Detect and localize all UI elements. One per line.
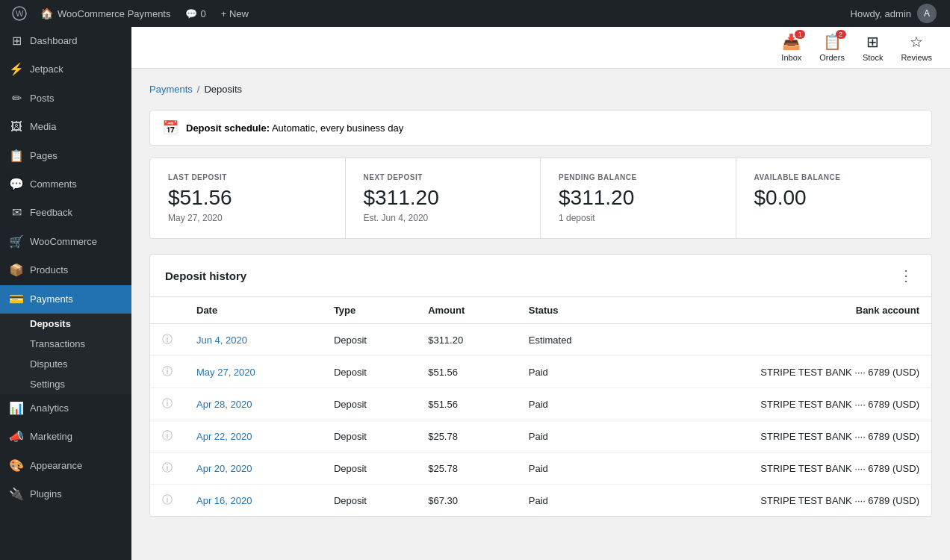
date-link-0[interactable]: Jun 4, 2020 bbox=[196, 335, 247, 346]
reviews-icon: ☆ bbox=[910, 33, 923, 51]
row-type-3: Deposit bbox=[322, 420, 416, 452]
row-date-3: Apr 22, 2020 bbox=[184, 420, 322, 452]
row-amount-2: $51.56 bbox=[416, 388, 517, 420]
inbox-button[interactable]: 📥 1 Inbox bbox=[781, 33, 801, 62]
row-info-3[interactable]: ⓘ bbox=[150, 420, 184, 452]
row-bank-0 bbox=[628, 324, 931, 356]
payments-submenu: Deposits Transactions Disputes Settings bbox=[0, 314, 131, 394]
table-row: ⓘ Apr 22, 2020 Deposit $25.78 Paid STRIP… bbox=[150, 420, 931, 452]
row-bank-2: STRIPE TEST BANK ···· 6789 (USD) bbox=[628, 388, 931, 420]
available-balance-card: AVAILABLE BALANCE $0.00 bbox=[736, 158, 932, 238]
stock-button[interactable]: ⊞ Stock bbox=[863, 33, 884, 62]
sidebar-item-feedback[interactable]: ✉ Feedback bbox=[0, 199, 131, 227]
row-info-5[interactable]: ⓘ bbox=[150, 485, 184, 517]
sidebar-item-analytics[interactable]: 📊 Analytics bbox=[0, 394, 131, 423]
row-status-0: Estimated bbox=[517, 324, 628, 356]
site-name[interactable]: 🏠 WooCommerce Payments bbox=[33, 7, 178, 19]
row-date-1: May 27, 2020 bbox=[184, 356, 322, 388]
row-amount-3: $25.78 bbox=[416, 420, 517, 452]
media-icon: 🖼 bbox=[9, 119, 24, 135]
row-amount-5: $67.30 bbox=[416, 485, 517, 517]
next-deposit-date: Est. Jun 4, 2020 bbox=[364, 213, 523, 223]
more-options-button[interactable]: ⋮ bbox=[895, 267, 916, 284]
date-link-4[interactable]: Apr 20, 2020 bbox=[196, 463, 252, 474]
orders-badge: 2 bbox=[836, 30, 846, 39]
row-status-1: Paid bbox=[517, 356, 628, 388]
sidebar-item-products[interactable]: 📦 Products bbox=[0, 256, 131, 284]
comments-icon: 💬 bbox=[185, 8, 197, 19]
submenu-deposits[interactable]: Deposits bbox=[0, 314, 131, 334]
deposit-schedule-label: Deposit schedule: Automatic, every busin… bbox=[186, 122, 403, 134]
row-bank-1: STRIPE TEST BANK ···· 6789 (USD) bbox=[628, 356, 931, 388]
col-status[interactable]: Status bbox=[517, 297, 628, 324]
submenu-disputes[interactable]: Disputes bbox=[0, 354, 131, 374]
sidebar-item-dashboard[interactable]: ⊞ Dashboard bbox=[0, 27, 131, 55]
row-bank-4: STRIPE TEST BANK ···· 6789 (USD) bbox=[628, 452, 931, 485]
wp-logo[interactable]: W bbox=[6, 0, 33, 27]
sidebar-item-appearance[interactable]: 🎨 Appearance bbox=[0, 452, 131, 480]
col-date[interactable]: Date bbox=[184, 297, 322, 324]
col-bank: Bank account bbox=[628, 297, 931, 324]
stock-icon: ⊞ bbox=[866, 33, 879, 51]
comments-nav-icon: 💬 bbox=[9, 176, 24, 193]
row-amount-4: $25.78 bbox=[416, 452, 517, 485]
breadcrumb-current: Deposits bbox=[204, 84, 242, 95]
row-info-4[interactable]: ⓘ bbox=[150, 452, 184, 485]
sidebar-item-media[interactable]: 🖼 Media bbox=[0, 113, 131, 141]
posts-icon: ✏ bbox=[9, 90, 24, 107]
orders-button[interactable]: 📋 2 Orders bbox=[819, 33, 845, 62]
last-deposit-date: May 27, 2020 bbox=[168, 213, 327, 223]
sidebar-item-jetpack[interactable]: ⚡ Jetpack bbox=[0, 55, 131, 84]
date-link-3[interactable]: Apr 22, 2020 bbox=[196, 431, 252, 442]
row-status-4: Paid bbox=[517, 452, 628, 485]
row-info-2[interactable]: ⓘ bbox=[150, 388, 184, 420]
next-deposit-amount: $311.20 bbox=[364, 187, 523, 208]
pending-balance-label: PENDING BALANCE bbox=[559, 173, 718, 181]
sidebar-item-woocommerce[interactable]: 🛒 WooCommerce bbox=[0, 228, 131, 256]
inbox-badge: 1 bbox=[795, 30, 805, 39]
deposit-table: Date Type Amount Status Bank account ⓘ J… bbox=[150, 297, 931, 516]
date-link-5[interactable]: Apr 16, 2020 bbox=[196, 495, 252, 506]
page-content: Payments / Deposits 📅 Deposit schedule: … bbox=[131, 69, 950, 560]
table-body: ⓘ Jun 4, 2020 Deposit $311.20 Estimated … bbox=[150, 324, 931, 517]
reviews-button[interactable]: ☆ Reviews bbox=[901, 33, 932, 62]
payments-icon: 💳 bbox=[9, 291, 24, 308]
row-info-1[interactable]: ⓘ bbox=[150, 356, 184, 388]
content-area: 📥 1 Inbox 📋 2 Orders ⊞ Stock bbox=[131, 27, 950, 560]
table-header: Date Type Amount Status Bank account bbox=[150, 297, 931, 324]
feedback-icon: ✉ bbox=[9, 205, 24, 221]
date-link-2[interactable]: Apr 28, 2020 bbox=[196, 399, 252, 410]
calendar-icon: 📅 bbox=[162, 119, 178, 136]
row-info-0[interactable]: ⓘ bbox=[150, 324, 184, 356]
comments-button[interactable]: 💬 0 bbox=[178, 8, 213, 19]
sidebar: ⊞ Dashboard ⚡ Jetpack ✏ Posts 🖼 Media 📋 … bbox=[0, 27, 131, 560]
row-amount-0: $311.20 bbox=[416, 324, 517, 356]
row-type-5: Deposit bbox=[322, 485, 416, 517]
table-row: ⓘ Jun 4, 2020 Deposit $311.20 Estimated bbox=[150, 324, 931, 356]
pending-balance-sub: 1 deposit bbox=[559, 213, 718, 223]
info-icon-1: ⓘ bbox=[162, 365, 173, 377]
submenu-transactions[interactable]: Transactions bbox=[0, 334, 131, 354]
new-button[interactable]: + New bbox=[214, 8, 256, 19]
woocommerce-icon: 🛒 bbox=[9, 234, 24, 250]
inbox-icon: 📥 1 bbox=[782, 33, 801, 51]
deposit-history-title: Deposit history bbox=[165, 270, 246, 282]
col-type[interactable]: Type bbox=[322, 297, 416, 324]
info-icon-0: ⓘ bbox=[162, 333, 173, 345]
sidebar-item-marketing[interactable]: 📣 Marketing bbox=[0, 423, 131, 451]
breadcrumb-payments-link[interactable]: Payments bbox=[149, 84, 193, 95]
admin-bar: W 🏠 WooCommerce Payments 💬 0 + New Howdy… bbox=[0, 0, 950, 27]
sidebar-item-comments[interactable]: 💬 Comments bbox=[0, 170, 131, 199]
col-amount[interactable]: Amount bbox=[416, 297, 517, 324]
user-menu[interactable]: Howdy, admin A bbox=[843, 4, 944, 23]
submenu-settings[interactable]: Settings bbox=[0, 374, 131, 394]
sidebar-item-plugins[interactable]: 🔌 Plugins bbox=[0, 480, 131, 508]
sidebar-item-posts[interactable]: ✏ Posts bbox=[0, 84, 131, 113]
sidebar-item-payments[interactable]: 💳 Payments bbox=[0, 285, 131, 314]
sidebar-item-pages[interactable]: 📋 Pages bbox=[0, 142, 131, 170]
plugins-icon: 🔌 bbox=[9, 486, 24, 503]
next-deposit-label: NEXT DEPOSIT bbox=[364, 173, 523, 181]
next-deposit-card: NEXT DEPOSIT $311.20 Est. Jun 4, 2020 bbox=[346, 158, 541, 238]
date-link-1[interactable]: May 27, 2020 bbox=[196, 367, 255, 378]
available-balance-label: AVAILABLE BALANCE bbox=[754, 173, 914, 181]
